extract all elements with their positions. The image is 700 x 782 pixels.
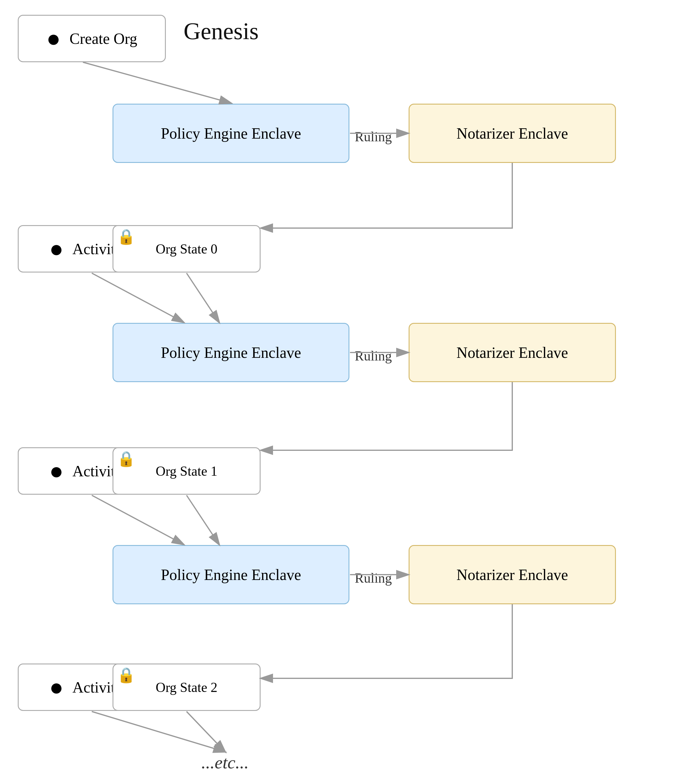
arrow-orgstate0-pe1 [187,273,219,322]
person-icon: ● [47,27,61,50]
arrow-orgstate1-pe2 [187,495,219,544]
policy-engine-0-label: Policy Engine Enclave [161,125,301,142]
arrow-notarizer1-orgstate1 [261,382,512,450]
arrow-createorg-pe0 [83,62,231,103]
lock-icon-0: 🔒 [117,228,135,245]
notarizer-enclave-0-label: Notarizer Enclave [457,125,568,142]
create-org-label: Create Org [70,30,137,47]
arrow-activity2-etc [92,712,225,752]
arrow-activity0-pe1 [92,273,183,322]
policy-engine-2: Policy Engine Enclave [113,545,349,604]
policy-engine-0: Policy Engine Enclave [113,104,349,163]
etc-label: ...etc... [202,752,249,773]
policy-engine-1: Policy Engine Enclave [113,323,349,382]
person-icon-2: ● [49,675,63,699]
org-state-0-label: Org State 0 [156,241,218,257]
policy-engine-1-label: Policy Engine Enclave [161,344,301,361]
notarizer-enclave-1: Notarizer Enclave [408,323,616,382]
notarizer-enclave-0: Notarizer Enclave [408,104,616,163]
arrow-orgstate2-etc [187,712,225,752]
ruling-label-2: Ruling [355,570,392,586]
create-org-box: ● Create Org [18,15,166,62]
person-icon-0: ● [49,237,63,261]
diagram-container: Genesis ● Create Org Policy Engine Encla… [0,0,700,782]
arrow-notarizer2-orgstate2 [261,604,512,678]
genesis-title: Genesis [183,18,258,45]
arrow-activity1-pe2 [92,495,183,544]
org-state-1-label: Org State 1 [156,463,218,479]
arrow-notarizer0-orgstate0 [261,163,512,228]
lock-icon-1: 🔒 [117,450,135,467]
ruling-label-1: Ruling [355,348,392,364]
policy-engine-2-label: Policy Engine Enclave [161,566,301,584]
ruling-label-0: Ruling [355,129,392,145]
lock-icon-2: 🔒 [117,667,135,684]
notarizer-enclave-2-label: Notarizer Enclave [457,566,568,584]
notarizer-enclave-2: Notarizer Enclave [408,545,616,604]
org-state-2-label: Org State 2 [156,680,218,695]
person-icon-1: ● [49,459,63,483]
notarizer-enclave-1-label: Notarizer Enclave [457,344,568,361]
